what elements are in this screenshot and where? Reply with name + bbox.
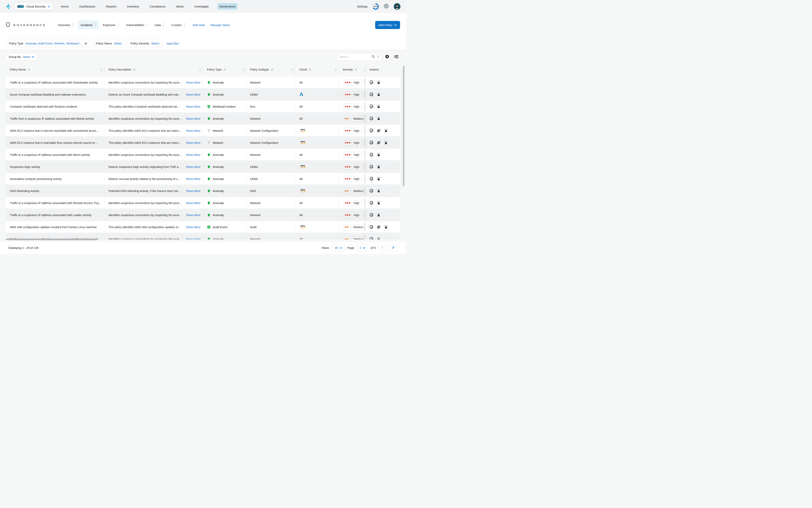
edit-policy-button[interactable]	[369, 177, 373, 181]
tab-menu-kebab-icon[interactable]	[72, 23, 74, 27]
tab-menu-kebab-icon[interactable]	[146, 23, 148, 27]
horizontal-scrollbar[interactable]	[6, 239, 97, 240]
alarm-button[interactable]	[384, 225, 388, 229]
table-row[interactable]: DNS Rebinding ActivityPotential DNS rebi…	[6, 185, 400, 197]
column-drag-handle[interactable]	[242, 68, 244, 71]
edit-policy-button[interactable]	[369, 201, 373, 205]
alarm-button[interactable]	[377, 237, 380, 240]
alarm-button[interactable]	[377, 201, 380, 205]
show-more-link[interactable]: Show More	[186, 81, 200, 84]
show-more-link[interactable]: Show More	[186, 153, 200, 157]
table-row[interactable]: Traffic to a suspicious IP address assoc…	[6, 197, 400, 209]
edit-policy-button[interactable]	[369, 225, 373, 229]
show-more-link[interactable]: Show More	[186, 117, 200, 120]
alarm-button[interactable]	[377, 117, 380, 121]
policy-severity-filter-chip[interactable]: Policy Severity Select	[128, 40, 162, 47]
user-avatar[interactable]	[394, 3, 401, 10]
table-row[interactable]: Anomalous compute provisioning activityD…	[6, 173, 400, 184]
column-settings-button[interactable]	[393, 53, 400, 60]
column-header-policy-name[interactable]: Policy Name	[6, 65, 104, 74]
sort-icon[interactable]	[271, 68, 273, 71]
manage-views-link[interactable]: Manage Views	[211, 23, 230, 27]
nav-item-inventory[interactable]: Inventory	[125, 3, 141, 10]
tab-overview[interactable]: Overview	[55, 20, 77, 30]
column-header-severity[interactable]: Severity	[339, 65, 365, 74]
vertical-scrollbar[interactable]	[403, 66, 404, 186]
column-drag-handle[interactable]	[292, 68, 294, 71]
add-view-link[interactable]: Add View	[192, 23, 205, 27]
edit-policy-button[interactable]	[369, 92, 373, 97]
alarm-button[interactable]	[377, 213, 380, 217]
alarm-button[interactable]	[377, 104, 380, 109]
edit-policy-button[interactable]	[369, 80, 373, 85]
alarm-button[interactable]	[377, 189, 380, 193]
tab-menu-kebab-icon[interactable]	[184, 23, 185, 27]
previous-page-button[interactable]	[378, 244, 386, 252]
show-more-link[interactable]: Show More	[186, 238, 200, 240]
show-more-link[interactable]: Show More	[186, 202, 200, 205]
group-by-dropdown[interactable]: Group By: None	[6, 53, 37, 60]
ai-assistant-icon[interactable]: AI	[384, 3, 389, 10]
tab-incidents[interactable]: Incidents	[78, 20, 99, 30]
search-input[interactable]	[339, 55, 370, 58]
show-more-link[interactable]: Show More	[186, 165, 200, 168]
edit-policy-button[interactable]	[369, 104, 373, 109]
table-row[interactable]: AWS EC2 instance that is reachable from …	[6, 137, 400, 148]
policy-type-filter-chip[interactable]: Policy Type Anomaly, Audit Event, Networ…	[6, 40, 90, 47]
nav-item-governance[interactable]: Governance	[217, 3, 237, 10]
clone-policy-button[interactable]	[377, 225, 380, 229]
rows-per-page-select[interactable]: 25	[332, 244, 345, 251]
policy-type-filter-value[interactable]: Anomaly, Audit Event, Network, Workload …	[26, 42, 82, 45]
sort-icon[interactable]	[28, 68, 31, 71]
table-row[interactable]: Container workloads detected with Runtim…	[6, 101, 400, 112]
show-more-link[interactable]: Show More	[186, 225, 200, 229]
tab-vulnerabilities[interactable]: Vulnerabilities	[123, 20, 151, 30]
table-row[interactable]: AWS EC2 instance that is internet reacha…	[6, 125, 400, 136]
show-more-link[interactable]: Show More	[186, 189, 200, 193]
column-header-cloud[interactable]: Cloud	[296, 65, 339, 74]
alarm-button[interactable]	[384, 141, 388, 145]
show-more-link[interactable]: Show More	[186, 93, 200, 96]
table-row[interactable]: Traffic from a suspicious IP address ass…	[6, 113, 400, 124]
clone-policy-button[interactable]	[377, 141, 380, 145]
table-row[interactable]: Traffic to a suspicious IP address assoc…	[6, 77, 400, 88]
progress-ring[interactable]: 67%	[372, 3, 379, 10]
nav-item-reports[interactable]: Reports	[104, 3, 118, 10]
table-row[interactable]: Traffic to a suspicious IP address assoc…	[6, 209, 400, 221]
alarm-button[interactable]	[377, 177, 380, 181]
edit-policy-button[interactable]	[369, 165, 373, 169]
show-more-link[interactable]: Show More	[186, 129, 200, 132]
nav-item-compliance[interactable]: Compliance	[148, 3, 168, 10]
column-drag-handle[interactable]	[335, 68, 336, 71]
edit-policy-button[interactable]	[369, 153, 373, 157]
policy-name-filter-value[interactable]: Select	[114, 42, 122, 45]
edit-policy-button[interactable]	[369, 189, 373, 193]
nav-item-dashboards[interactable]: Dashboards	[78, 3, 97, 10]
nav-item-home[interactable]: Home	[59, 3, 71, 10]
edit-policy-button[interactable]	[369, 141, 373, 145]
alarm-button[interactable]	[377, 80, 380, 85]
edit-policy-button[interactable]	[369, 213, 373, 217]
clear-search-icon[interactable]	[376, 55, 379, 59]
show-more-link[interactable]: Show More	[186, 105, 200, 108]
tab-menu-kebab-icon[interactable]	[94, 23, 96, 27]
nav-item-investigate[interactable]: Investigate	[192, 3, 211, 10]
column-header-policy-type[interactable]: Policy Type	[203, 65, 246, 74]
edit-policy-button[interactable]	[369, 129, 373, 133]
column-header-policy-description[interactable]: Policy Description	[104, 65, 203, 74]
column-header-policy-subtype[interactable]: Policy Subtype	[246, 65, 296, 74]
search-icon[interactable]	[372, 55, 375, 59]
tab-exposure[interactable]: Exposure	[100, 20, 122, 30]
tab-menu-kebab-icon[interactable]	[118, 23, 119, 27]
column-drag-handle[interactable]	[199, 68, 201, 71]
edit-policy-button[interactable]	[369, 237, 373, 240]
add-policy-button[interactable]: Add Policy	[375, 21, 400, 29]
next-page-button[interactable]	[389, 244, 397, 252]
tab-data[interactable]: Data	[152, 20, 168, 30]
remove-filter-icon[interactable]	[85, 42, 87, 45]
table-row[interactable]: Suspicious login activityDetects suspici…	[6, 161, 400, 172]
edit-policy-button[interactable]	[369, 117, 373, 121]
download-button[interactable]	[383, 53, 391, 60]
table-row[interactable]: Azure Compute workload disabling anti-ma…	[6, 89, 400, 100]
policy-severity-filter-value[interactable]: Select	[151, 42, 159, 45]
